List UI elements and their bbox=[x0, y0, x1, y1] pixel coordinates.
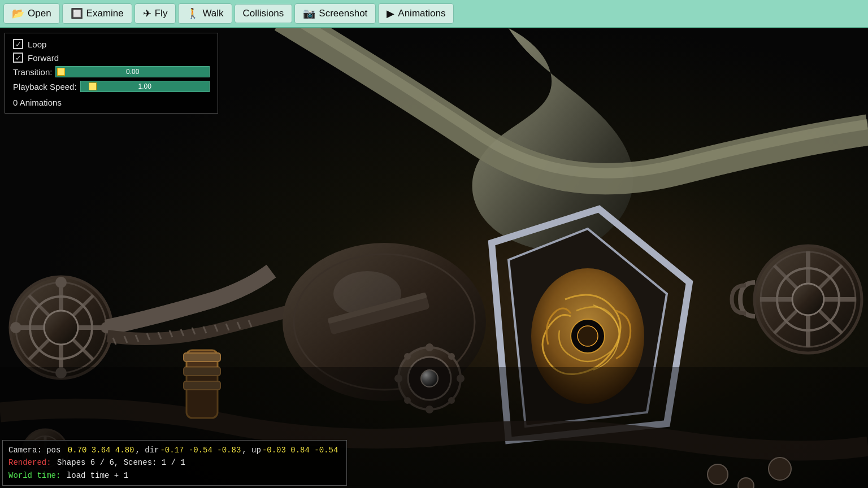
svg-point-53 bbox=[769, 457, 791, 480]
status-line-3: World time: load time + 1 bbox=[8, 469, 341, 482]
open-label: Open bbox=[28, 8, 51, 19]
svg-point-23 bbox=[792, 284, 824, 315]
collisions-label: Collisions bbox=[243, 8, 284, 19]
collisions-button[interactable]: Collisions bbox=[235, 4, 293, 23]
forward-label: Forward bbox=[28, 53, 59, 63]
screenshot-icon: 📷 bbox=[303, 7, 315, 20]
svg-point-9 bbox=[55, 277, 67, 288]
screenshot-button[interactable]: 📷 Screenshot bbox=[294, 3, 376, 24]
fly-label: Fly bbox=[155, 8, 168, 19]
animations-icon: ▶ bbox=[387, 7, 394, 20]
walk-button[interactable]: 🚶 Walk bbox=[178, 3, 232, 24]
camera-up-val: -0.03 0.84 -0.54 bbox=[262, 444, 338, 456]
svg-point-32 bbox=[426, 343, 433, 351]
viewport: Loop Forward Transition: 0.00 Playback S… bbox=[0, 28, 868, 488]
worldtime-key: World time: bbox=[8, 469, 60, 482]
forward-checkbox[interactable] bbox=[13, 53, 23, 63]
svg-rect-47 bbox=[184, 353, 220, 361]
fly-button[interactable]: ✈ Fly bbox=[134, 3, 176, 24]
examine-button[interactable]: 🔲 Examine bbox=[62, 3, 132, 24]
examine-label: Examine bbox=[86, 8, 124, 19]
playback-label: Playback Speed: bbox=[13, 82, 77, 91]
transition-thumb[interactable] bbox=[57, 68, 65, 76]
transition-row: Transition: 0.00 bbox=[13, 66, 210, 77]
playback-thumb[interactable] bbox=[89, 82, 97, 90]
walk-label: Walk bbox=[202, 8, 223, 19]
walk-icon: 🚶 bbox=[186, 7, 199, 20]
svg-point-38 bbox=[448, 353, 455, 360]
loop-label: Loop bbox=[28, 40, 46, 49]
rendered-key: Rendered: bbox=[8, 456, 51, 469]
open-icon: 📂 bbox=[12, 7, 24, 20]
playback-slider[interactable]: 1.00 bbox=[80, 81, 210, 92]
transition-slider[interactable]: 0.00 bbox=[55, 66, 210, 77]
loop-row: Loop bbox=[13, 39, 210, 49]
transition-label: Transition: bbox=[13, 67, 52, 77]
svg-point-52 bbox=[738, 478, 754, 488]
svg-point-11 bbox=[10, 322, 21, 333]
fly-icon: ✈ bbox=[143, 7, 151, 20]
camera-dir-val: -0.17 -0.54 -0.83 bbox=[160, 444, 241, 456]
anim-count: 0 Animations bbox=[13, 98, 210, 107]
camera-key: Camera: pos bbox=[8, 444, 60, 456]
status-bar: Camera: pos 0.70 3.64 4.80 , dir -0.17 -… bbox=[2, 440, 347, 486]
camera-pos-val: 0.70 3.64 4.80 bbox=[68, 444, 134, 456]
animations-panel: Loop Forward Transition: 0.00 Playback S… bbox=[5, 33, 218, 114]
examine-icon: 🔲 bbox=[71, 7, 83, 20]
open-button[interactable]: 📂 Open bbox=[3, 3, 60, 24]
forward-row: Forward bbox=[13, 53, 210, 63]
svg-point-28 bbox=[578, 326, 598, 346]
loop-checkbox[interactable] bbox=[13, 39, 23, 49]
playback-value: 1.00 bbox=[138, 82, 151, 90]
camera-pos bbox=[62, 444, 66, 456]
svg-point-8 bbox=[44, 311, 78, 345]
animations-label: Animations bbox=[398, 8, 445, 19]
svg-point-36 bbox=[404, 353, 411, 360]
transition-value: 0.00 bbox=[126, 68, 139, 76]
toolbar: 📂 Open 🔲 Examine ✈ Fly 🚶 Walk Collisions… bbox=[0, 0, 868, 28]
playback-row: Playback Speed: 1.00 bbox=[13, 81, 210, 92]
dir-key: , dir bbox=[135, 444, 159, 456]
svg-point-51 bbox=[708, 464, 728, 485]
screenshot-label: Screenshot bbox=[319, 8, 367, 19]
status-line-1: Camera: pos 0.70 3.64 4.80 , dir -0.17 -… bbox=[8, 444, 341, 456]
rendered-val: Shapes 6 / 6, Scenes: 1 / 1 bbox=[53, 456, 185, 469]
animations-button[interactable]: ▶ Animations bbox=[378, 3, 454, 24]
status-line-2: Rendered: Shapes 6 / 6, Scenes: 1 / 1 bbox=[8, 456, 341, 469]
worldtime-val: load time + 1 bbox=[62, 469, 128, 482]
up-key: , up bbox=[242, 444, 261, 456]
